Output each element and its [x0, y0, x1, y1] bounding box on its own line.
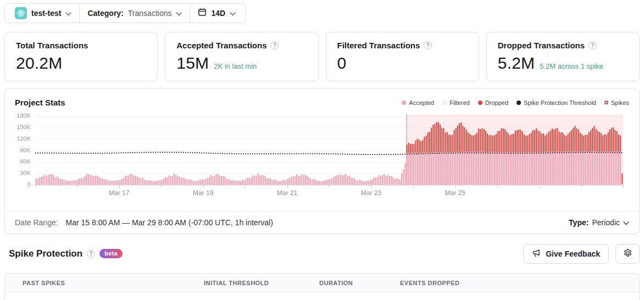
legend-label: Dropped: [485, 99, 508, 106]
legend-item-threshold[interactable]: Spike Protection Threshold: [517, 99, 596, 106]
category-value: Transactions: [128, 9, 172, 18]
project-selector[interactable]: test-test: [7, 4, 79, 23]
chart-footer: Date Range: Mar 15 8:00 AM — Mar 29 8:00…: [5, 211, 639, 234]
filter-toolbar: test-test Category: Transactions: [4, 3, 246, 23]
section-title: Spike Protection: [9, 248, 82, 259]
legend-item-filtered[interactable]: Filtered: [442, 99, 470, 106]
help-icon[interactable]: ?: [270, 41, 279, 49]
chevron-down-icon: [176, 8, 182, 18]
chevron-down-icon: [623, 218, 629, 227]
card-title: Accepted Transactions: [176, 41, 267, 50]
chevron-down-icon: [65, 8, 71, 18]
period-value: 14D: [211, 9, 225, 18]
calendar-icon: [198, 8, 207, 19]
chart-header: Project Stats Accepted Filtered Dropped …: [5, 88, 639, 109]
card-value: 0: [337, 54, 347, 73]
type-label: Type:: [569, 218, 589, 227]
legend-ring-icon: [604, 101, 608, 104]
card-total-transactions: Total Transactions 20.2M: [4, 32, 158, 81]
usage-stats-page: test-test Category: Transactions: [0, 0, 644, 300]
column-header-past-spikes: Past Spikes: [23, 280, 204, 286]
card-dropped-transactions: Dropped Transactions ? 5.2M 5.2M across …: [486, 32, 640, 81]
legend-dot-icon: [478, 101, 482, 105]
chevron-down-icon: [230, 8, 236, 18]
gear-icon: [623, 248, 632, 259]
past-spikes-table: Past Spikes Initial Threshold Duration E…: [4, 273, 640, 300]
chart-title: Project Stats: [15, 98, 65, 107]
date-range-value: Mar 15 8:00 AM — Mar 29 8:00 AM (-07:00 …: [66, 218, 273, 227]
card-filtered-transactions: Filtered Transactions ? 0: [326, 32, 479, 81]
type-selector[interactable]: Type: Periodic: [569, 218, 629, 227]
card-title: Filtered Transactions: [337, 41, 420, 50]
project-name: test-test: [31, 9, 61, 18]
card-value: 5.2M: [498, 54, 535, 73]
card-subtext: 2K in last min: [214, 62, 257, 70]
card-title: Total Transactions: [16, 41, 88, 50]
table-row[interactable]: [5, 292, 639, 300]
spike-protection-section-header: Spike Protection ? beta Give Feedback: [4, 243, 640, 264]
help-icon[interactable]: ?: [87, 249, 95, 258]
type-value: Periodic: [592, 218, 620, 227]
column-header-events-dropped: Events Dropped: [400, 280, 639, 286]
legend-item-spikes[interactable]: Spikes: [604, 99, 629, 106]
legend-dot-icon: [402, 101, 406, 105]
legend-label: Spike Protection Threshold: [524, 99, 596, 106]
react-atom-icon: [15, 7, 27, 19]
column-header-duration: Duration: [319, 280, 400, 286]
help-icon[interactable]: ?: [589, 41, 597, 49]
date-range-label: Date Range:: [15, 218, 58, 227]
card-subtext: 5.2M across 1 spike: [540, 62, 603, 70]
legend-label: Accepted: [409, 99, 434, 106]
legend-dot-icon: [442, 101, 447, 105]
column-header-initial-threshold: Initial Threshold: [204, 280, 319, 286]
beta-badge: beta: [99, 249, 123, 258]
project-stats-card: Project Stats Accepted Filtered Dropped …: [4, 88, 640, 234]
legend-item-dropped[interactable]: Dropped: [478, 99, 508, 106]
card-value: 20.2M: [16, 54, 62, 73]
stat-cards-row: Total Transactions 20.2M Accepted Transa…: [4, 32, 640, 81]
settings-button[interactable]: [615, 244, 640, 264]
date-period-selector[interactable]: 14D: [190, 4, 243, 23]
table-header-row: Past Spikes Initial Threshold Duration E…: [5, 274, 639, 292]
card-value: 15M: [176, 54, 209, 73]
legend-item-accepted[interactable]: Accepted: [402, 99, 434, 106]
legend-dot-icon: [517, 101, 521, 105]
card-accepted-transactions: Accepted Transactions ? 15M 2K in last m…: [165, 32, 318, 81]
megaphone-icon: [532, 248, 541, 259]
give-feedback-label: Give Feedback: [546, 249, 600, 258]
usage-bar-chart[interactable]: [5, 109, 638, 205]
give-feedback-button[interactable]: Give Feedback: [523, 244, 609, 264]
chart-legend: Accepted Filtered Dropped Spike Protecti…: [402, 99, 629, 106]
help-icon[interactable]: ?: [424, 41, 432, 49]
card-title: Dropped Transactions: [498, 41, 585, 50]
category-label: Category:: [87, 9, 123, 18]
legend-label: Filtered: [449, 99, 470, 106]
legend-label: Spikes: [611, 99, 629, 106]
category-selector[interactable]: Category: Transactions: [80, 4, 190, 23]
